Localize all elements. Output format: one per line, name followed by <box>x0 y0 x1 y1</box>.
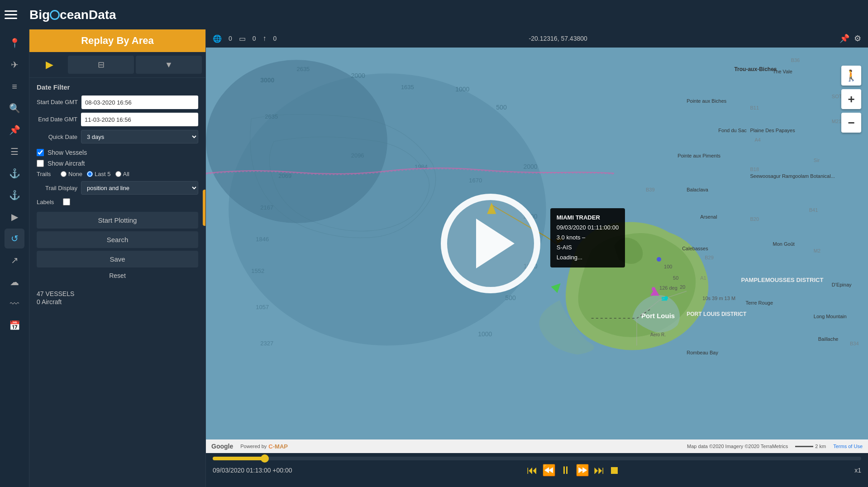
nav-play-icon[interactable]: ▶ <box>5 207 24 227</box>
svg-text:Fond du Sac: Fond du Sac <box>718 128 747 133</box>
nav-anchor-icon[interactable]: ⚓ <box>5 163 24 183</box>
svg-text:Arsenal: Arsenal <box>700 214 717 220</box>
icon-globe: 🌐 <box>213 34 222 43</box>
nav-calendar-icon[interactable]: 📅 <box>5 315 24 335</box>
trails-all-radio[interactable] <box>115 171 121 177</box>
fast-forward-button[interactable]: ⏩ <box>576 464 589 477</box>
trails-none-option[interactable]: None <box>61 171 82 177</box>
nav-anchor2-icon[interactable]: ⚓ <box>5 185 24 205</box>
hamburger-button[interactable] <box>5 6 23 24</box>
end-date-input[interactable] <box>81 113 198 126</box>
trails-last5-radio[interactable] <box>87 171 93 177</box>
nav-replay-icon[interactable]: ↺ <box>5 229 24 248</box>
svg-text:Mon Goût: Mon Goût <box>773 241 795 247</box>
svg-text:Pointe aux Piments: Pointe aux Piments <box>677 153 720 158</box>
hamburger-line3 <box>5 18 17 19</box>
icon-count-3: 0 <box>273 35 277 42</box>
icon-bar: 📍 ✈ ≡ 🔍 📌 ☰ ⚓ ⚓ ▶ ↺ ↗ ☁ 〰 📅 <box>0 29 29 487</box>
timeline-bar: 09/03/2020 01:13:00 +00:00 ⏮ ⏪ ⏸ ⏩ ⏭ ⏹ x… <box>206 453 868 487</box>
zoom-out-button[interactable]: − <box>841 113 861 133</box>
show-vessels-checkbox[interactable] <box>37 149 44 156</box>
start-plotting-button[interactable]: Start Plotting <box>37 212 198 229</box>
logo: Big cean Data <box>29 8 116 22</box>
trails-none-radio[interactable] <box>61 171 67 177</box>
timeline-slider-thumb[interactable] <box>261 454 269 463</box>
svg-point-2 <box>206 60 387 223</box>
svg-text:Trou-aux-Biches: Trou-aux-Biches <box>734 66 777 72</box>
scale-bar: 2 km <box>795 444 826 449</box>
play-overlay[interactable] <box>441 194 540 293</box>
trail-display-select[interactable]: position and line position only line onl… <box>81 181 198 195</box>
layers-tab-button[interactable]: ⊟ <box>68 56 134 74</box>
trail-display-label: Trail Display <box>37 185 77 191</box>
logo-text-data: Data <box>89 8 116 22</box>
svg-text:D'Epinay: D'Epinay <box>832 282 852 287</box>
vessel-tooltip: MIAMI TRADER 09/03/2020 01:11:00:00 3.0 … <box>550 208 625 267</box>
svg-text:2000: 2000 <box>351 72 365 79</box>
labels-checkbox[interactable] <box>63 198 70 205</box>
nav-list-icon[interactable]: ☰ <box>5 142 24 162</box>
nav-location-icon[interactable]: 📍 <box>5 33 24 53</box>
sidebar-content: Date Filter Start Date GMT End Date GMT … <box>29 78 205 487</box>
nav-plane-icon[interactable]: ✈ <box>5 55 24 75</box>
hamburger-line2 <box>5 14 17 15</box>
trails-all-option[interactable]: All <box>115 171 129 177</box>
svg-text:PORT LOUIS DISTRICT: PORT LOUIS DISTRICT <box>687 311 747 317</box>
stop-button[interactable]: ⏹ <box>609 464 620 477</box>
icon-count-1: 0 <box>229 35 232 42</box>
map-coordinates: -20.12316, 57.43800 <box>529 35 587 42</box>
main-content: 📍 ✈ ≡ 🔍 📌 ☰ ⚓ ⚓ ▶ ↺ ↗ ☁ 〰 📅 Replay By Ar… <box>0 29 868 487</box>
skip-to-end-button[interactable]: ⏭ <box>594 464 605 477</box>
svg-text:B41: B41 <box>809 207 818 213</box>
svg-text:Rombeau Bay: Rombeau Bay <box>687 350 718 356</box>
play-tab-button[interactable]: ▶ <box>33 56 66 74</box>
start-date-input[interactable] <box>81 95 198 109</box>
vessels-count: 47 VESSELS <box>37 290 198 297</box>
icon-arrow: ↑ <box>263 34 267 43</box>
nav-pin-icon[interactable]: 📌 <box>5 120 24 140</box>
svg-text:The Vale: The Vale <box>773 69 792 74</box>
person-button[interactable]: 🚶 <box>841 66 861 86</box>
svg-text:B11: B11 <box>750 105 759 110</box>
pause-button[interactable]: ⏸ <box>560 464 571 477</box>
rewind-button[interactable]: ⏪ <box>542 464 556 477</box>
trails-row: Trails None Last 5 All <box>37 171 198 177</box>
terms-link[interactable]: Terms of Use <box>833 444 863 449</box>
end-date-label: End Date GMT <box>37 116 77 124</box>
svg-text:2096: 2096 <box>351 152 364 159</box>
svg-text:Sir: Sir <box>814 158 820 163</box>
timeline-slider[interactable] <box>213 457 861 460</box>
stats-section: 47 VESSELS 0 Aircraft <box>37 290 198 306</box>
svg-text:10s 39 m 13 M: 10s 39 m 13 M <box>702 296 735 301</box>
play-circle[interactable] <box>441 194 540 293</box>
svg-text:A1: A1 <box>700 275 706 281</box>
nav-move-icon[interactable]: ↗ <box>5 250 24 270</box>
settings-icon[interactable]: ⚙ <box>854 33 861 43</box>
svg-text:500: 500 <box>496 104 507 111</box>
svg-text:B34: B34 <box>850 341 859 346</box>
play-triangle-icon <box>476 219 515 268</box>
svg-text:Baillache: Baillache <box>818 336 839 342</box>
map-canvas[interactable]: 3000 2635 2000 1635 1000 500 2635 2069 2… <box>206 48 868 439</box>
svg-text:A4: A4 <box>754 137 760 143</box>
show-aircraft-checkbox[interactable] <box>37 160 44 167</box>
filter-tab-button[interactable]: ▼ <box>136 56 202 74</box>
map-data-info: Map data ©2020 Imagery ©2020 TerraMetric… <box>687 444 788 449</box>
quick-date-row: Quick Date 1 day 3 days 7 days 14 days 3… <box>37 130 198 143</box>
skip-to-start-button[interactable]: ⏮ <box>527 464 538 477</box>
nav-layers-icon[interactable]: ≡ <box>5 76 24 96</box>
search-button[interactable]: Search <box>37 231 198 248</box>
svg-text:2167: 2167 <box>260 204 273 211</box>
trails-last5-option[interactable]: Last 5 <box>87 171 110 177</box>
quick-date-select[interactable]: 1 day 3 days 7 days 14 days 30 days <box>81 130 198 143</box>
date-filter-section: Date Filter Start Date GMT End Date GMT … <box>37 83 198 143</box>
zoom-in-button[interactable]: + <box>841 89 861 109</box>
save-button[interactable]: Save <box>37 251 198 267</box>
nav-waves-icon[interactable]: 〰 <box>5 294 24 314</box>
svg-text:Balaclava: Balaclava <box>687 187 709 192</box>
reset-button[interactable]: Reset <box>37 269 198 282</box>
nav-search-icon[interactable]: 🔍 <box>5 98 24 118</box>
nav-cloud-icon[interactable]: ☁ <box>5 272 24 292</box>
pin-icon[interactable]: 📌 <box>839 33 849 43</box>
svg-text:B20: B20 <box>750 216 759 222</box>
